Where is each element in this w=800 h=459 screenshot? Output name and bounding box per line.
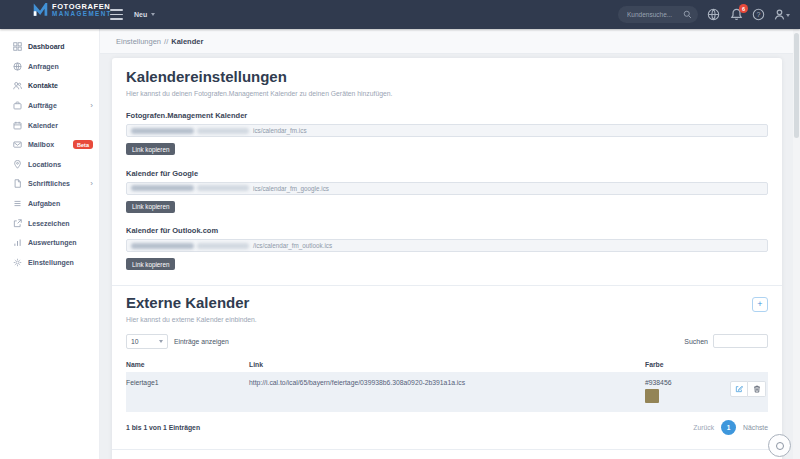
sidebar-item-locations[interactable]: Locations — [0, 155, 99, 175]
redacted-url-segment — [197, 243, 249, 249]
location-pin-icon — [13, 160, 22, 169]
feed-block-google: Kalender für Google ics/calendar_fm_goog… — [126, 169, 768, 214]
new-dropdown-button[interactable]: Neu — [134, 7, 155, 22]
redacted-url-segment — [197, 128, 249, 134]
page-size-value: 10 — [131, 338, 159, 345]
sidebar-nav: Dashboard Anfragen Kontakte Aufträge › — [0, 29, 100, 459]
user-caret-down-icon — [786, 14, 790, 17]
sidebar-item-label: Schriftliches — [28, 180, 70, 187]
scrollbar[interactable] — [793, 29, 800, 459]
contacts-icon — [13, 81, 22, 90]
sidebar-item-label: Dashboard — [28, 43, 65, 50]
cell-name: Feiertage1 — [126, 379, 249, 386]
trash-icon — [753, 385, 761, 393]
mail-icon — [13, 140, 22, 149]
section-subtitle: Hier kannst du deinen Fotografen.Managem… — [126, 89, 768, 98]
section-subtitle: Hier kannst du externe Kalender einbinde… — [126, 315, 257, 324]
page-size-select[interactable]: 10 — [126, 334, 168, 349]
column-header-name[interactable]: Name — [126, 361, 249, 368]
copy-link-button[interactable]: Link kopieren — [126, 143, 175, 155]
main-content: Einstellungen // Kalender Kalendereinste… — [100, 29, 800, 459]
scrollbar-thumb[interactable] — [794, 33, 799, 138]
sidebar-item-aufgaben[interactable]: Aufgaben — [0, 194, 99, 214]
breadcrumb: Einstellungen // Kalender — [100, 29, 800, 54]
customer-search-input[interactable] — [627, 11, 683, 18]
color-hex-label: #938456 — [645, 379, 671, 386]
url-visible-part: ics/calendar_fm.ics — [253, 127, 307, 134]
brand-line2: MANAGEMENT — [52, 11, 112, 18]
logo-m-icon — [33, 3, 48, 17]
breadcrumb-separator: // — [164, 37, 168, 46]
table-controls: 10 Einträge anzeigen Suchen — [126, 334, 768, 349]
sidebar-item-label: Locations — [28, 161, 61, 168]
orders-icon — [13, 101, 22, 110]
sidebar-item-auftraege[interactable]: Aufträge › — [0, 96, 99, 116]
chevron-right-icon: › — [90, 180, 93, 188]
redacted-url-segment — [131, 185, 194, 191]
pagination-page-1[interactable]: 1 — [721, 420, 736, 435]
pagination-prev[interactable]: Zurück — [693, 424, 714, 431]
table-footer: 1 bis 1 von 1 Einträgen Zurück 1 Nächste — [126, 420, 768, 435]
feed-label: Kalender für Google — [126, 169, 768, 178]
sidebar-item-mailbox[interactable]: Mailbox Beta — [0, 135, 99, 155]
table-row: Feiertage1 http://i.cal.to/ical/65/bayer… — [126, 372, 768, 412]
redacted-url-segment — [131, 128, 194, 134]
hamburger-icon[interactable] — [110, 9, 123, 20]
table-search-input[interactable] — [713, 334, 768, 348]
external-calendars-section: Externe Kalender Hier kannst du externe … — [126, 286, 768, 435]
brand-logo[interactable]: FOTOGRAFEN MANAGEMENT — [33, 3, 112, 17]
bar-chart-icon — [13, 238, 22, 247]
breadcrumb-parent[interactable]: Einstellungen — [116, 37, 161, 46]
sidebar-item-auswertungen[interactable]: Auswertungen — [0, 233, 99, 253]
sidebar-item-kalender[interactable]: Kalender — [0, 115, 99, 135]
sidebar-item-label: Mailbox — [28, 141, 54, 148]
feed-block-fm: Fotografen.Management Kalender ics/calen… — [126, 111, 768, 156]
user-icon[interactable] — [773, 8, 786, 21]
sidebar-item-label: Kalender — [28, 122, 58, 129]
feed-label: Fotografen.Management Kalender — [126, 111, 768, 120]
redacted-url-segment — [131, 243, 194, 249]
sidebar-item-lesezeichen[interactable]: Lesezeichen — [0, 213, 99, 233]
column-header-link[interactable]: Link — [249, 361, 645, 368]
caret-down-icon — [151, 13, 155, 16]
dashboard-icon — [13, 42, 22, 51]
beta-badge: Beta — [73, 140, 93, 149]
column-header-farbe[interactable]: Farbe — [645, 361, 730, 368]
section-title: Darstellungseinstellungen — [126, 456, 768, 459]
new-button-label: Neu — [134, 11, 147, 18]
sidebar-item-label: Lesezeichen — [28, 220, 70, 227]
customer-search[interactable] — [618, 6, 698, 23]
sidebar-item-label: Kontakte — [28, 82, 58, 89]
delete-row-button[interactable] — [748, 381, 766, 397]
sidebar-item-label: Anfragen — [28, 63, 59, 70]
globe-icon[interactable] — [707, 8, 720, 21]
caret-down-icon — [159, 340, 163, 343]
support-button[interactable] — [768, 434, 791, 457]
sidebar-item-einstellungen[interactable]: Einstellungen — [0, 253, 99, 273]
edit-icon — [735, 385, 743, 393]
pagination-next[interactable]: Nächste — [743, 424, 768, 431]
calendar-settings-section: Kalendereinstellungen Hier kannst du dei… — [126, 58, 768, 271]
settings-card: Kalendereinstellungen Hier kannst du dei… — [112, 58, 782, 459]
calendar-url-input[interactable]: ics/calendar_fm.ics — [126, 124, 768, 137]
add-external-calendar-button[interactable]: + — [752, 297, 768, 312]
svg-text:?: ? — [757, 11, 761, 18]
bell-icon[interactable]: 6 — [730, 8, 743, 21]
cell-farbe: #938456 — [645, 379, 730, 403]
redacted-url-segment — [197, 185, 249, 191]
support-icon — [776, 442, 784, 450]
help-icon[interactable]: ? — [752, 8, 765, 21]
sidebar-item-label: Einstellungen — [28, 259, 74, 266]
copy-link-button[interactable]: Link kopieren — [126, 201, 175, 213]
calendar-url-input[interactable]: ics/calendar_fm_google.ics — [126, 182, 768, 195]
sidebar-item-label: Aufgaben — [28, 200, 60, 207]
calendar-url-input[interactable]: /ics/calendar_fm_outlook.ics — [126, 239, 768, 252]
page-size-suffix: Einträge anzeigen — [174, 338, 229, 345]
sidebar-item-dashboard[interactable]: Dashboard — [0, 37, 99, 57]
table-search-label: Suchen — [684, 338, 708, 345]
sidebar-item-anfragen[interactable]: Anfragen — [0, 57, 99, 77]
sidebar-item-schriftliches[interactable]: Schriftliches › — [0, 174, 99, 194]
sidebar-item-kontakte[interactable]: Kontakte — [0, 76, 99, 96]
copy-link-button[interactable]: Link kopieren — [126, 258, 175, 270]
edit-row-button[interactable] — [730, 381, 748, 397]
